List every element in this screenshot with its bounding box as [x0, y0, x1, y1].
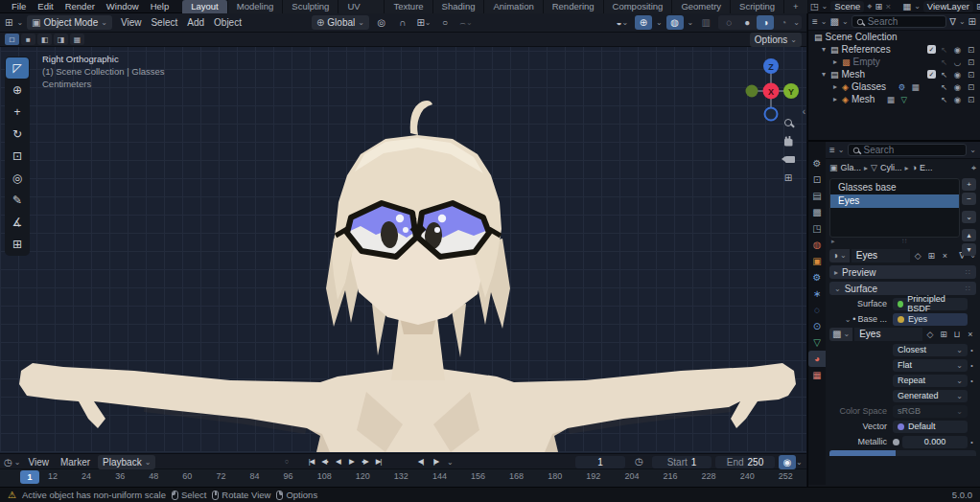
stopwatch-icon[interactable]: ◷: [635, 456, 643, 467]
play-button[interactable]: ▶: [345, 455, 358, 468]
snap-settings-button[interactable]: ⊞⌄: [415, 15, 432, 30]
interpolation-dropdown[interactable]: Closest ⌄: [893, 344, 968, 356]
outliner-row-mesh-collection[interactable]: ▾ ▤ Mesh ✓ ↖ ◉ ⊡: [808, 68, 980, 80]
projection-dropdown[interactable]: Flat ⌄: [893, 359, 968, 372]
workspace-tab-rendering[interactable]: Rendering: [544, 0, 604, 13]
transform-orientation-dropdown[interactable]: ⊕ Global ⌄: [312, 15, 369, 30]
shading-solid-button[interactable]: ●: [738, 15, 756, 30]
properties-tab-physics[interactable]: ◌: [808, 302, 826, 318]
workspace-tab-compositing[interactable]: Compositing: [604, 0, 673, 13]
tool-measure[interactable]: ∡: [6, 212, 29, 233]
filter-icon[interactable]: ∇: [949, 16, 956, 27]
hide-toggle[interactable]: ◉: [952, 70, 963, 80]
outliner-row-glasses[interactable]: ▸ ◈ Glasses ⚙ ▦ ↖ ◉ ⊡: [808, 80, 980, 93]
vector-input-button[interactable]: Default: [893, 421, 968, 433]
breadcrumb-material[interactable]: E...: [920, 163, 933, 172]
jump-end-button[interactable]: ▶|: [372, 455, 385, 468]
gizmo-axis-y-neg[interactable]: [746, 85, 758, 98]
viewlayer-browse-chevron[interactable]: ⌄: [914, 2, 921, 11]
render-toggle[interactable]: ⊡: [966, 70, 976, 80]
hide-toggle[interactable]: ◉: [952, 95, 963, 104]
breadcrumb-object[interactable]: Gla...: [841, 163, 862, 172]
timeline-editor-icon[interactable]: ◷: [4, 457, 12, 468]
outliner-search[interactable]: Search: [852, 15, 947, 28]
lattice-icon[interactable]: ▦: [910, 82, 921, 92]
panel-grip[interactable]: ∷: [966, 268, 971, 277]
shading-material-button[interactable]: ◑: [757, 15, 774, 30]
prev-keyframe-button[interactable]: ◀•: [318, 455, 331, 468]
timeline-editor-chevron[interactable]: ⌄: [14, 458, 21, 467]
metallic-slider[interactable]: 0.000: [902, 436, 968, 448]
modifier-icon[interactable]: ⚙: [897, 82, 907, 92]
properties-tab-particles[interactable]: ∗: [808, 285, 826, 302]
remove-slot-button[interactable]: −: [962, 193, 976, 205]
end-frame-field[interactable]: End 250: [715, 456, 775, 468]
color-space-dropdown[interactable]: sRGB ⌄: [893, 405, 968, 418]
tool-select-box[interactable]: ◸: [6, 57, 29, 79]
fake-user-shield-icon[interactable]: ◇: [912, 251, 923, 261]
selectable-toggle[interactable]: ↖: [939, 82, 949, 92]
select-mode-extend[interactable]: ■: [21, 34, 35, 45]
zoom-button[interactable]: [781, 116, 796, 129]
workspace-tab-scripting[interactable]: Scripting: [731, 0, 784, 13]
lattice-icon[interactable]: ▦: [885, 95, 896, 104]
new-viewlayer-icon[interactable]: ⊞: [976, 1, 980, 11]
scene-name-field[interactable]: Scene: [830, 1, 864, 12]
workspace-tab-shading[interactable]: Shading: [433, 0, 485, 13]
shading-rendered-button[interactable]: ◔: [775, 15, 792, 30]
metallic-socket-dot[interactable]: [893, 439, 899, 445]
base-color-expand[interactable]: ⌄: [845, 315, 852, 324]
properties-tab-render[interactable]: ⊡: [808, 171, 826, 188]
keyframe-dot[interactable]: •: [968, 362, 976, 369]
overlays-chevron[interactable]: ⌄: [688, 18, 694, 27]
roughness-slider-partial[interactable]: [829, 450, 976, 456]
source-dropdown[interactable]: Generated ⌄: [893, 390, 968, 402]
properties-search[interactable]: Search: [848, 144, 968, 156]
properties-tab-view-layer[interactable]: ▩: [808, 204, 826, 220]
tool-move[interactable]: +: [6, 102, 29, 123]
timeline-ruler[interactable]: 1224364860728496108120132144156168180192…: [0, 469, 806, 487]
properties-tab-material[interactable]: ◕: [808, 351, 826, 367]
viewlayer-name-field[interactable]: ViewLayer: [923, 1, 973, 12]
autokey-toggle[interactable]: ○: [280, 455, 292, 468]
hide-toggle[interactable]: ◉: [952, 82, 963, 92]
object-visibility-button[interactable]: ◒⌄: [614, 15, 631, 30]
properties-tab-constraints[interactable]: ⊙: [808, 318, 826, 334]
material-slot-glasses-base[interactable]: Glasses base: [830, 181, 959, 194]
workspace-tab-add[interactable]: +: [784, 0, 808, 13]
unlink-material-icon[interactable]: ×: [939, 251, 950, 261]
outliner-editor-chevron[interactable]: ⌄: [821, 17, 828, 26]
character-mesh[interactable]: [0, 47, 806, 452]
tool-cursor[interactable]: ⊕: [6, 80, 29, 101]
tool-transform[interactable]: ◎: [6, 168, 29, 189]
move-slot-down-button[interactable]: ▾: [962, 243, 976, 256]
list-resize-grip[interactable]: ∷: [902, 238, 906, 245]
exclude-checkbox[interactable]: ✓: [927, 45, 936, 54]
sidebar-collapse-handle[interactable]: ‹: [803, 106, 805, 117]
topbar-menu[interactable]: Window: [101, 1, 145, 11]
keyframe-dot[interactable]: •: [968, 439, 976, 445]
pin-icon[interactable]: ⌖: [867, 1, 872, 12]
current-frame-field[interactable]: 1: [575, 456, 625, 468]
tool-add-cube[interactable]: ⊞: [6, 234, 29, 255]
overlays-toggle[interactable]: ◍: [666, 15, 684, 30]
render-toggle[interactable]: ⊡: [966, 45, 976, 55]
selectable-toggle[interactable]: ↖: [939, 57, 949, 67]
topbar-menu[interactable]: File: [6, 1, 32, 11]
topbar-menu[interactable]: Help: [145, 1, 175, 11]
keyframe-dot[interactable]: •: [968, 377, 976, 384]
options-button[interactable]: Options ⌄: [750, 33, 802, 47]
panel-grip[interactable]: ∷: [966, 285, 971, 293]
pan-button[interactable]: [781, 134, 796, 148]
slot-specials-button[interactable]: ⌄: [962, 211, 976, 223]
properties-editor-chevron[interactable]: ⌄: [838, 146, 845, 154]
workspace-tab-animation[interactable]: Animation: [484, 0, 543, 13]
camera-view-button[interactable]: [781, 152, 796, 166]
gizmos-chevron[interactable]: ⌄: [656, 18, 663, 27]
play-reverse-button[interactable]: ◀: [332, 455, 344, 468]
render-toggle[interactable]: ⊡: [966, 82, 976, 92]
perspective-toggle-button[interactable]: ⊞: [781, 171, 796, 184]
new-collection-icon[interactable]: ⊞: [968, 16, 976, 27]
outliner-row-mesh-object[interactable]: ▸ ◈ Mesh ▦ ▽ ↖ ◉ ⊡: [808, 93, 980, 105]
hide-toggle[interactable]: ◉: [952, 45, 963, 55]
